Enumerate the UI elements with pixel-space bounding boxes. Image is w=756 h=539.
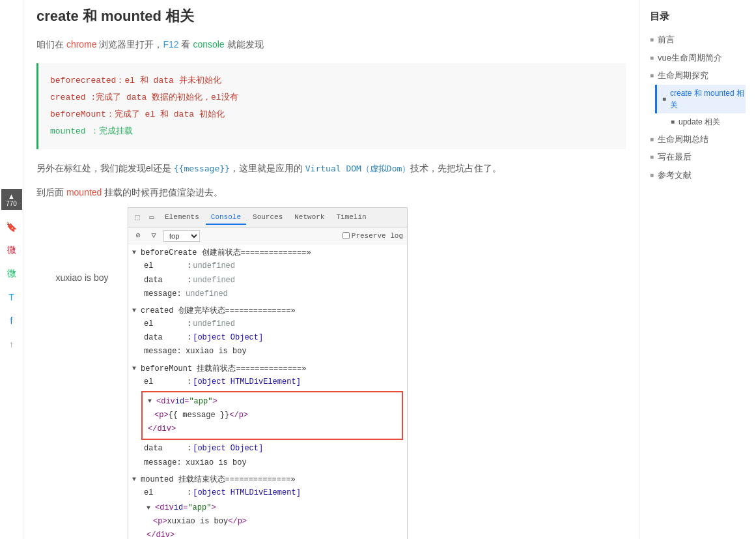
description-line1: 另外在标红处，我们能发现el还是 {{message}}，这里就是应用的 Vir… [36, 160, 626, 177]
devtools-toolbar: ⊘ ▽ top Preserve log [128, 227, 407, 244]
beforemount-label: beforeMount 挂载前状态==============» [141, 363, 306, 374]
filter-icon[interactable]: ▽ [148, 230, 160, 242]
toc-label-update: update 相关 [679, 116, 720, 128]
toc-title: 目录 [650, 10, 746, 23]
twitter-icon[interactable]: T [3, 288, 21, 306]
mounted-label: mounted 挂载结束状态==============» [141, 474, 296, 485]
sidebar-toc: 目录 ■ 前言 ■ vue生命周期简介 ■ 生命周期探究 ■ create 和 … [639, 0, 756, 539]
bullet-icon: ■ [662, 94, 670, 104]
triangle-icon: ▼ [132, 476, 139, 483]
tab-timeline[interactable]: Timelin [331, 211, 371, 225]
page-title: create 和 mounted 相关 [36, 7, 626, 26]
beforecreate-label: beforeCreate 创建前状态==============» [141, 247, 311, 258]
beforecreate-message: message: undefined [128, 287, 407, 301]
code-line-3: beforeMount：完成了 el 和 data 初始化 [50, 106, 614, 123]
arrow-up-icon: ▲ [8, 192, 15, 200]
tab-network[interactable]: Network [289, 211, 329, 225]
created-section: ▼ created 创建完毕状态==============» el : und… [128, 302, 407, 360]
keyword-console: console [193, 39, 224, 50]
triangle-icon: ▼ [132, 249, 139, 256]
mounted-header[interactable]: ▼ mounted 挂载结束状态==============» [128, 473, 407, 486]
beforemount-el: el : [object HTMLDivElement] [128, 375, 407, 389]
mounted-el: el : [object HTMLDivElement] [128, 486, 407, 500]
toc-label-final: 写在最后 [658, 151, 692, 164]
toc-item-summary[interactable]: ■ 生命周期总结 [650, 130, 746, 149]
highlighted-html-block: ▼ <div id = "app" > <p> {{ message }} </… [141, 391, 403, 441]
html-p-template: <p> {{ message }} </p> [145, 409, 399, 422]
devtools-panel: ⬚ ▭ Elements Console Sources Network Tim… [128, 207, 408, 539]
cursor-icon[interactable]: ⬚ [131, 211, 144, 224]
toc-label-intro: vue生命周期简介 [658, 51, 722, 65]
keyword-chrome: chrome [66, 39, 97, 50]
toc-item-preface[interactable]: ■ 前言 [650, 31, 746, 49]
toc-item-refs[interactable]: ■ 参考文献 [650, 166, 746, 184]
toc-item-intro[interactable]: ■ vue生命周期简介 [650, 49, 746, 67]
bullet-icon: ■ [650, 170, 658, 180]
preserve-log-label: Preserve log [352, 232, 403, 240]
template-syntax: {{message}} [174, 164, 230, 173]
mounted-keyword: mounted [66, 187, 102, 197]
created-data: data : [object Object] [128, 331, 407, 345]
beforemount-header[interactable]: ▼ beforeMount 挂载前状态==============» [128, 362, 407, 375]
scroll-count: 770 [6, 200, 17, 207]
toc-label-exploration: 生命周期探究 [658, 69, 708, 82]
mobile-icon[interactable]: ▭ [145, 211, 158, 224]
bullet-icon: ■ [650, 152, 658, 162]
bullet-icon: ■ [650, 35, 658, 44]
devtools-tabs-bar: ⬚ ▭ Elements Console Sources Network Tim… [128, 208, 407, 227]
created-message: message: xuxiao is boy [128, 345, 407, 358]
content-devtools-area: xuxiao is boy ⬚ ▭ Elements Console Sourc… [36, 207, 626, 539]
bullet-icon: ■ [650, 53, 658, 63]
toc-label-create-mounted: create 和 mounted 相关 [670, 87, 746, 111]
toc-item-update[interactable]: ■ update 相关 [660, 113, 746, 130]
bullet-icon: ■ [671, 117, 679, 126]
created-header[interactable]: ▼ created 创建完毕状态==============» [128, 304, 407, 317]
triangle-icon: ▼ [132, 307, 139, 314]
devtools-content: ▼ beforeCreate 创建前状态==============» el :… [128, 244, 407, 539]
toc-label-refs: 参考文献 [658, 169, 692, 182]
tab-sources[interactable]: Sources [247, 211, 288, 225]
code-line-4: mounted ：完成挂载 [50, 123, 614, 140]
created-el: el : undefined [128, 317, 407, 331]
text-sample: xuxiao is boy [36, 207, 128, 539]
toc-label-summary: 生命周期总结 [658, 133, 708, 146]
description-line2: 到后面 mounted 挂载的时候再把值渲染进去。 [36, 184, 626, 201]
social-bar: ▲ 770 🔖 微 微 T f ↑ [0, 0, 23, 539]
mounted-p-content: <p> xuxiao is boy </p> [144, 515, 403, 529]
stop-icon[interactable]: ⊘ [132, 230, 144, 242]
triangle-icon: ▼ [132, 365, 139, 372]
facebook-icon[interactable]: f [3, 312, 21, 330]
code-block: beforecreated：el 和 data 并未初始化 created :完… [36, 63, 626, 149]
preserve-log-checkbox-area[interactable]: Preserve log [343, 232, 403, 240]
html-div-close: </div> [145, 422, 399, 436]
keyword-f12: F12 [163, 39, 178, 50]
beforecreate-section: ▼ beforeCreate 创建前状态==============» el :… [128, 244, 407, 302]
intro-text: 咱们在 chrome 浏览器里打开，F12 看 console 就能发现 [36, 36, 626, 53]
main-content: create 和 mounted 相关 咱们在 chrome 浏览器里打开，F1… [23, 0, 639, 539]
wechat-icon[interactable]: 微 [3, 265, 21, 283]
bookmark-icon[interactable]: 🔖 [3, 218, 21, 236]
toc-item-final[interactable]: ■ 写在最后 [650, 148, 746, 166]
tab-console[interactable]: Console [206, 211, 246, 225]
code-line-2: created :完成了 data 数据的初始化，el没有 [50, 89, 614, 106]
beforemount-section: ▼ beforeMount 挂载前状态==============» el : … [128, 360, 407, 471]
filter-select[interactable]: top [163, 230, 200, 242]
toc-item-exploration[interactable]: ■ 生命周期探究 [650, 66, 746, 85]
html-div-open: ▼ <div id = "app" > [145, 395, 399, 409]
mounted-div-open: ▼ <div id = "app" > [144, 501, 403, 515]
tab-elements[interactable]: Elements [160, 211, 204, 225]
weibo-icon[interactable]: 微 [3, 241, 21, 259]
share-icon[interactable]: ↑ [3, 335, 21, 353]
toc-item-create-mounted[interactable]: ■ create 和 mounted 相关 [655, 85, 746, 113]
mounted-html-block: ▼ <div id = "app" > <p> xuxiao is boy </… [128, 500, 407, 539]
beforemount-data: data : [object Object] [128, 442, 407, 456]
created-label: created 创建完毕状态==============» [141, 305, 296, 316]
virtual-dom-term: Virtual DOM（虚拟Dom） [305, 164, 411, 173]
preserve-log-checkbox[interactable] [343, 232, 350, 239]
scroll-top-button[interactable]: ▲ 770 [1, 189, 22, 210]
code-line-1: beforecreated：el 和 data 并未初始化 [50, 72, 614, 89]
toc-label-preface: 前言 [658, 33, 675, 46]
bullet-icon: ■ [650, 70, 658, 80]
beforecreate-data: data : undefined [128, 274, 407, 287]
beforecreate-header[interactable]: ▼ beforeCreate 创建前状态==============» [128, 246, 407, 259]
